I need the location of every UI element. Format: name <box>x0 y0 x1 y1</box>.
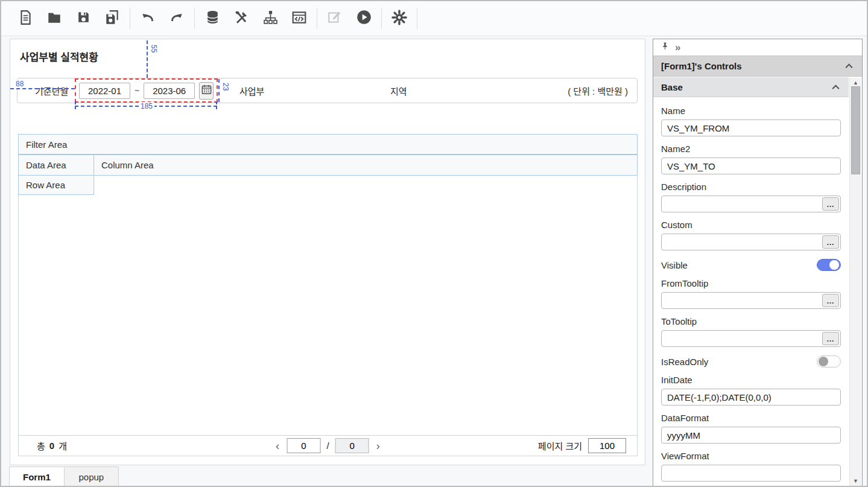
property-input-totooltip[interactable] <box>661 330 841 347</box>
row-area-dropzone[interactable]: Row Area <box>18 175 94 195</box>
isreadonly-toggle[interactable] <box>817 355 841 368</box>
code-editor-button[interactable] <box>285 5 314 33</box>
guide-height-label: 23 <box>221 83 230 91</box>
build-tools-button[interactable] <box>227 5 256 33</box>
visible-toggle-row: Visible <box>661 259 841 271</box>
date-tilde: ~ <box>135 86 139 95</box>
undo-icon <box>140 10 156 28</box>
main-toolbar <box>1 1 867 36</box>
properties-panel: » [Form1]'s Controls Base Name Name2 Des… <box>653 39 863 487</box>
unit-note-label: ( 단위 : 백만원 ) <box>568 84 628 97</box>
code-editor-icon <box>291 10 307 28</box>
sitemap-button[interactable] <box>256 5 285 33</box>
toolbar-separator <box>381 8 382 29</box>
pivot-header-row: Data Area Column Area <box>19 154 637 176</box>
total-count: 총 0 개 <box>37 439 67 452</box>
chevron-up-icon[interactable] <box>831 82 841 92</box>
app-window: 사업부별 실적현황 기준년월 ~ 사업부 지역 ( 단위 : 백만원 ) 55 … <box>0 0 868 487</box>
undo-button[interactable] <box>133 5 162 33</box>
totooltip-ellipsis-button[interactable]: … <box>822 332 839 345</box>
guide-top-offset-label: 55 <box>150 45 158 53</box>
pivot-grid: Filter Area Data Area Column Area Row Ar… <box>18 134 638 456</box>
column-area-dropzone[interactable]: Column Area <box>93 154 638 176</box>
date-from-input[interactable] <box>79 83 130 99</box>
run-icon <box>356 9 372 28</box>
settings-gear-icon <box>391 9 408 28</box>
date-range-control-selection[interactable]: ~ <box>75 78 218 103</box>
property-label-fromtooltip: FromTooltip <box>661 278 841 288</box>
form-design-canvas: 사업부별 실적현황 기준년월 ~ 사업부 지역 ( 단위 : 백만원 ) 55 … <box>10 39 645 465</box>
next-page-button[interactable]: › <box>375 440 381 451</box>
property-label-dataformat: DataFormat <box>661 413 841 423</box>
property-input-custom[interactable] <box>661 234 841 250</box>
toolbar-separator <box>194 8 195 29</box>
division-label: 사업부 <box>239 84 264 97</box>
build-tools-icon <box>233 10 249 28</box>
total-count-value: 0 <box>49 441 54 451</box>
tab-form1[interactable]: Form1 <box>9 466 65 487</box>
run-button[interactable] <box>349 5 378 33</box>
property-input-name[interactable] <box>661 119 841 136</box>
save-all-button[interactable] <box>98 5 127 33</box>
guide-width-label: 185 <box>139 102 154 110</box>
property-label-name2: Name2 <box>661 144 841 154</box>
form-title: 사업부별 실적현황 <box>20 49 98 64</box>
page-size-input[interactable] <box>588 438 626 453</box>
section-base-header[interactable]: Base <box>653 77 849 97</box>
save-icon <box>76 10 91 27</box>
property-input-fromtooltip[interactable] <box>661 292 841 309</box>
scrollbar-thumb[interactable] <box>851 86 860 174</box>
tab-popup[interactable]: popup <box>64 466 119 487</box>
region-label: 지역 <box>390 84 407 97</box>
open-folder-button[interactable] <box>40 5 69 33</box>
description-ellipsis-button[interactable]: … <box>822 197 839 211</box>
guide-line-left <box>10 88 75 89</box>
redo-button[interactable] <box>162 5 191 33</box>
sitemap-icon <box>263 10 278 27</box>
chevron-up-icon[interactable] <box>844 61 854 71</box>
property-input-description[interactable] <box>661 196 841 212</box>
page-size-group: 페이지 크기 <box>538 438 626 453</box>
page-navigation: ‹ / › <box>274 438 381 453</box>
page-separator: / <box>326 441 329 451</box>
total-pages-input <box>335 438 369 453</box>
toolbar-separator <box>417 8 417 29</box>
new-document-button[interactable] <box>11 5 40 33</box>
guide-left-offset-label: 88 <box>14 80 25 88</box>
settings-button[interactable] <box>385 5 414 33</box>
database-button[interactable] <box>198 5 227 33</box>
scroll-down-icon[interactable]: ▼ <box>850 478 861 484</box>
collapse-panel-icon[interactable]: » <box>675 42 680 53</box>
guide-line-height <box>218 79 220 102</box>
custom-ellipsis-button[interactable]: … <box>822 235 839 249</box>
data-area-dropzone[interactable]: Data Area <box>18 154 94 176</box>
property-input-viewformat[interactable] <box>661 465 841 482</box>
edit-button[interactable] <box>320 5 349 33</box>
pin-icon[interactable] <box>661 42 670 53</box>
database-icon <box>205 10 220 27</box>
panel-pin-bar: » <box>653 39 862 56</box>
guide-line-top <box>147 40 148 78</box>
current-page-input[interactable] <box>287 438 320 453</box>
panel-header[interactable]: [Form1]'s Controls <box>653 56 862 77</box>
section-base-title: Base <box>661 82 683 92</box>
panel-scrollbar[interactable]: ▲ ▼ <box>849 78 861 486</box>
save-button[interactable] <box>69 5 98 33</box>
date-to-input[interactable] <box>144 83 195 99</box>
fromtooltip-ellipsis-button[interactable]: … <box>822 294 839 307</box>
visible-toggle[interactable] <box>817 259 841 271</box>
toolbar-separator <box>317 8 317 29</box>
calendar-button[interactable] <box>199 82 214 100</box>
prev-page-button[interactable]: ‹ <box>274 440 280 451</box>
property-label-initdate: InitDate <box>661 375 841 385</box>
redo-icon <box>169 10 185 28</box>
filter-area-dropzone[interactable]: Filter Area <box>18 134 638 154</box>
toolbar-separator <box>130 8 130 29</box>
open-folder-icon <box>46 10 62 28</box>
property-label-isreadonly: IsReadOnly <box>661 357 708 367</box>
scroll-up-icon[interactable]: ▲ <box>850 80 861 86</box>
page-size-label: 페이지 크기 <box>538 439 582 452</box>
property-input-dataformat[interactable] <box>661 427 841 444</box>
property-input-initdate[interactable] <box>661 389 841 406</box>
property-input-name2[interactable] <box>661 158 841 174</box>
